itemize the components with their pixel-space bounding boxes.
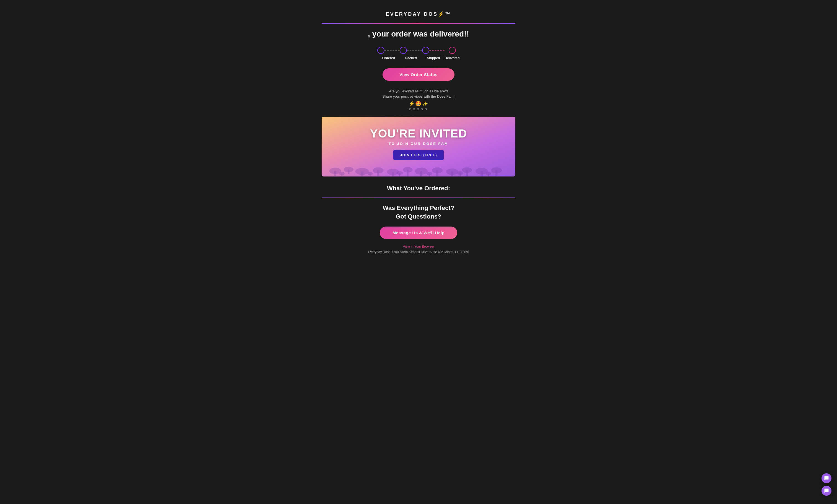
step-shipped: Shipped bbox=[422, 47, 445, 60]
chat-widget-bottom[interactable] bbox=[821, 486, 832, 496]
step-delivered-circle bbox=[449, 47, 456, 54]
ordered-section: What You've Ordered: bbox=[322, 185, 515, 192]
svg-rect-1 bbox=[334, 171, 336, 176]
header: EVERYDAY DOS⚡™ bbox=[322, 5, 515, 20]
perfect-section: Was Everything Perfect? Got Questions? M… bbox=[322, 204, 515, 239]
step-ordered: Ordered bbox=[377, 47, 400, 60]
svg-rect-31 bbox=[429, 173, 430, 176]
message-us-button[interactable]: Message Us & We'll Help bbox=[380, 227, 457, 239]
svg-rect-13 bbox=[420, 171, 422, 176]
svg-rect-17 bbox=[451, 172, 453, 176]
step-ordered-dash bbox=[385, 50, 400, 51]
view-order-status-button[interactable]: View Order Status bbox=[382, 68, 455, 81]
step-packed-top bbox=[400, 47, 422, 54]
step-shipped-top bbox=[422, 47, 445, 54]
step-shipped-dash bbox=[429, 50, 445, 51]
step-ordered-top bbox=[377, 47, 400, 54]
mushroom-silhouette bbox=[322, 163, 515, 176]
section-divider bbox=[322, 198, 515, 198]
step-shipped-circle bbox=[422, 47, 429, 54]
svg-rect-29 bbox=[399, 173, 400, 176]
svg-rect-33 bbox=[460, 173, 461, 176]
svg-rect-7 bbox=[377, 170, 379, 176]
step-packed-dash bbox=[407, 50, 422, 51]
brand-bolt: ⚡ bbox=[438, 11, 445, 17]
svg-rect-35 bbox=[488, 173, 489, 176]
header-divider bbox=[322, 23, 515, 24]
svg-rect-25 bbox=[341, 173, 342, 176]
svg-rect-21 bbox=[481, 171, 483, 176]
svg-rect-11 bbox=[407, 170, 409, 176]
svg-rect-23 bbox=[496, 170, 498, 176]
footer: View in Your Browser Everyday Dose 7700 … bbox=[322, 244, 515, 254]
svg-rect-19 bbox=[466, 170, 468, 176]
brand-name: EVERYDAY DOS⚡™ bbox=[322, 11, 515, 17]
excitement-section: Are you excited as much as we are?! Shar… bbox=[322, 89, 515, 111]
step-packed: Packed bbox=[400, 47, 422, 60]
svg-rect-5 bbox=[361, 171, 363, 176]
progress-tracker: Ordered Packed Shipped Delivered bbox=[322, 47, 515, 60]
view-in-browser-link[interactable]: View in Your Browser bbox=[322, 244, 515, 248]
delivery-title: , your order was delivered!! bbox=[322, 30, 515, 38]
step-shipped-label: Shipped bbox=[427, 56, 440, 60]
page-wrapper: EVERYDAY DOS⚡™ , your order was delivere… bbox=[322, 0, 515, 504]
svg-rect-27 bbox=[370, 173, 371, 176]
chat-widget-top[interactable] bbox=[821, 473, 832, 483]
svg-rect-9 bbox=[392, 172, 394, 176]
svg-rect-15 bbox=[436, 170, 439, 176]
invite-subtitle: TO JOIN OUR DOSE FAM bbox=[327, 142, 510, 146]
join-here-button[interactable]: JOIN HERE (FREE) bbox=[393, 150, 443, 160]
step-ordered-label: Ordered bbox=[382, 56, 395, 60]
ordered-title: What You've Ordered: bbox=[322, 185, 515, 192]
step-delivered: Delivered bbox=[445, 47, 460, 60]
step-packed-circle bbox=[400, 47, 407, 54]
step-ordered-circle bbox=[377, 47, 385, 54]
arrow-row: ▼▼▼▼▼ bbox=[322, 107, 515, 111]
perfect-title-line1: Was Everything Perfect? Got Questions? bbox=[322, 204, 515, 221]
emoji-row: ⚡🤩✨ bbox=[322, 101, 515, 107]
excitement-line1: Are you excited as much as we are?! bbox=[322, 89, 515, 93]
footer-address: Everyday Dose 7700 North Kendall Drive S… bbox=[322, 250, 515, 254]
invite-title: YOU'RE INVITED bbox=[327, 128, 510, 139]
excitement-line2: Share your positive vibes with the Dose … bbox=[322, 94, 515, 98]
step-delivered-label: Delivered bbox=[445, 56, 460, 60]
svg-rect-3 bbox=[348, 170, 350, 174]
step-delivered-top bbox=[449, 47, 456, 54]
step-packed-label: Packed bbox=[405, 56, 417, 60]
invite-banner: YOU'RE INVITED TO JOIN OUR DOSE FAM JOIN… bbox=[322, 117, 515, 176]
